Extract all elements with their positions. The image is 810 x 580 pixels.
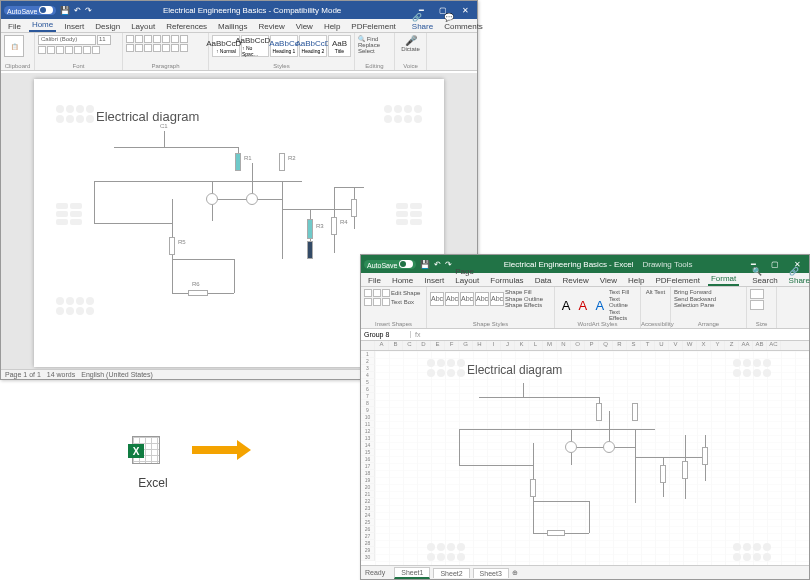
share-button[interactable]: 🔗 Share	[409, 12, 436, 32]
row-header[interactable]: 14	[361, 442, 375, 449]
undo-icon[interactable]: ↶	[74, 6, 81, 15]
col-header[interactable]: U	[655, 341, 669, 350]
col-header[interactable]: AB	[753, 341, 767, 350]
row-header[interactable]: 2	[361, 358, 375, 365]
tab-format[interactable]: Format	[708, 273, 739, 286]
wordart-1[interactable]: A	[558, 294, 574, 316]
row-header[interactable]: 5	[361, 379, 375, 386]
tab-home[interactable]: Home	[389, 275, 416, 286]
row-header[interactable]: 29	[361, 547, 375, 554]
tab-design[interactable]: Design	[92, 21, 123, 32]
autosave-toggle[interactable]: AutoSave	[364, 260, 416, 269]
excel-grid[interactable]: ABCDEFGHIJKLMNOPQRSTUVWXYZAAABAC 1234567…	[361, 341, 809, 565]
underline-icon[interactable]	[56, 46, 64, 54]
tab-references[interactable]: References	[163, 21, 210, 32]
row-header[interactable]: 25	[361, 519, 375, 526]
autosave-toggle[interactable]: AutoSave	[4, 6, 56, 15]
col-header[interactable]: W	[683, 341, 697, 350]
align-justify-icon[interactable]	[153, 44, 161, 52]
tab-review[interactable]: Review	[255, 21, 287, 32]
indent-inc-icon[interactable]	[162, 35, 170, 43]
row-header[interactable]: 24	[361, 512, 375, 519]
tab-file[interactable]: File	[5, 21, 24, 32]
search-box[interactable]: 🔍 Search	[749, 266, 780, 286]
undo-icon[interactable]: ↶	[434, 260, 441, 269]
row-header[interactable]: 16	[361, 456, 375, 463]
tab-help[interactable]: Help	[321, 21, 343, 32]
width-input[interactable]	[750, 289, 764, 299]
bringforward-button[interactable]: Bring Forward	[674, 289, 743, 296]
save-icon[interactable]: 💾	[420, 260, 430, 269]
row-header[interactable]: 12	[361, 428, 375, 435]
find-button[interactable]: 🔍 Find	[358, 35, 391, 42]
bullets-icon[interactable]	[126, 35, 134, 43]
indent-dec-icon[interactable]	[153, 35, 161, 43]
col-header[interactable]: B	[389, 341, 403, 350]
shape-style-5[interactable]: Abc	[490, 292, 504, 306]
col-header[interactable]: S	[627, 341, 641, 350]
numbering-icon[interactable]	[135, 35, 143, 43]
shading-icon[interactable]	[171, 44, 179, 52]
tab-home[interactable]: Home	[29, 19, 56, 32]
row-header[interactable]: 13	[361, 435, 375, 442]
style-heading2[interactable]: AaBbCcDHeading 2	[299, 35, 327, 57]
name-box[interactable]: Group 8	[361, 331, 411, 338]
col-header[interactable]: I	[487, 341, 501, 350]
sendbackward-button[interactable]: Send Backward	[674, 296, 743, 303]
row-header[interactable]: 18	[361, 470, 375, 477]
multilevel-icon[interactable]	[144, 35, 152, 43]
redo-icon[interactable]: ↷	[85, 6, 92, 15]
row-header[interactable]: 9	[361, 407, 375, 414]
col-header[interactable]: F	[445, 341, 459, 350]
tab-pdfelement[interactable]: PDFelement	[348, 21, 398, 32]
dictate-button[interactable]: 🎤Dictate	[398, 35, 423, 52]
col-header[interactable]: T	[641, 341, 655, 350]
tab-help[interactable]: Help	[625, 275, 647, 286]
tab-view[interactable]: View	[293, 21, 316, 32]
row-header[interactable]: 28	[361, 540, 375, 547]
paste-button[interactable]: 📋	[4, 35, 24, 57]
align-left-icon[interactable]	[126, 44, 134, 52]
strike-icon[interactable]	[65, 46, 73, 54]
align-center-icon[interactable]	[135, 44, 143, 52]
tab-layout[interactable]: Layout	[128, 21, 158, 32]
height-input[interactable]	[750, 300, 764, 310]
col-header[interactable]: R	[613, 341, 627, 350]
comments-button[interactable]: 💬 Comments	[441, 12, 486, 32]
style-title[interactable]: AaBTitle	[328, 35, 351, 57]
col-header[interactable]: G	[459, 341, 473, 350]
sheet-tab-3[interactable]: Sheet3	[473, 568, 509, 578]
row-header[interactable]: 26	[361, 526, 375, 533]
textbox-button[interactable]: Text Box	[391, 299, 414, 305]
col-header[interactable]: N	[557, 341, 571, 350]
row-header[interactable]: 11	[361, 421, 375, 428]
shape-style-4[interactable]: Abc	[475, 292, 489, 306]
row-header[interactable]: 19	[361, 477, 375, 484]
editshape-button[interactable]: Edit Shape	[391, 290, 420, 296]
row-header[interactable]: 22	[361, 498, 375, 505]
new-sheet-icon[interactable]: ⊕	[512, 569, 518, 577]
col-header[interactable]: X	[697, 341, 711, 350]
col-header[interactable]: AC	[767, 341, 781, 350]
col-header[interactable]: Y	[711, 341, 725, 350]
row-header[interactable]: 7	[361, 393, 375, 400]
sub-icon[interactable]	[74, 46, 82, 54]
sup-icon[interactable]	[83, 46, 91, 54]
texteffects-button[interactable]: Text Effects	[609, 309, 637, 322]
row-header[interactable]: 3	[361, 365, 375, 372]
sheet-tab-2[interactable]: Sheet2	[433, 568, 469, 578]
shape-style-3[interactable]: Abc	[460, 292, 474, 306]
row-header[interactable]: 10	[361, 414, 375, 421]
borders-icon[interactable]	[180, 44, 188, 52]
tab-view[interactable]: View	[597, 275, 620, 286]
row-header[interactable]: 8	[361, 400, 375, 407]
wordart-2[interactable]: A	[575, 294, 591, 316]
col-header[interactable]: J	[501, 341, 515, 350]
wordart-3[interactable]: A	[592, 294, 608, 316]
selectionpane-button[interactable]: Selection Pane	[674, 302, 743, 309]
select-button[interactable]: Select	[358, 48, 391, 54]
tab-pagelayout[interactable]: Page Layout	[452, 266, 482, 286]
textoutline-button[interactable]: Text Outline	[609, 296, 637, 309]
row-header[interactable]: 27	[361, 533, 375, 540]
redo-icon[interactable]: ↷	[445, 260, 452, 269]
